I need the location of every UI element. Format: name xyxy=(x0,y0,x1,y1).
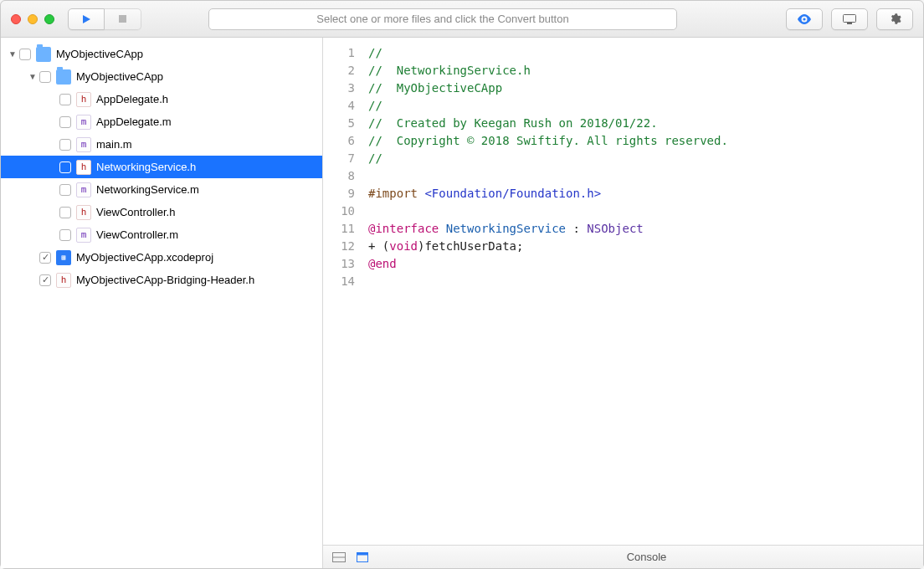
code-line[interactable]: // Created by Keegan Rush on 2018/01/22. xyxy=(368,115,923,132)
file-row[interactable]: ▼MyObjectiveCApp xyxy=(1,65,322,88)
preview-button[interactable] xyxy=(786,8,823,30)
code-content[interactable]: //// NetworkingService.h// MyObjectiveCA… xyxy=(363,38,923,545)
code-line[interactable]: @interface NetworkingService : NSObject xyxy=(368,220,923,238)
file-row[interactable]: mNetworkingService.m xyxy=(1,178,322,201)
file-checkbox[interactable] xyxy=(39,252,51,264)
line-number: 1 xyxy=(323,44,355,62)
file-label: NetworkingService.h xyxy=(96,161,196,173)
line-number: 13 xyxy=(323,255,355,273)
file-checkbox[interactable] xyxy=(39,71,51,83)
code-line[interactable]: // xyxy=(368,97,923,115)
code-line[interactable]: // MyObjectiveCApp xyxy=(368,79,923,97)
file-navigator[interactable]: ▼MyObjectiveCApp▼MyObjectiveCApphAppDele… xyxy=(1,38,323,568)
disclosure-triangle-icon[interactable]: ▼ xyxy=(8,49,18,59)
stop-icon xyxy=(118,14,127,23)
line-number: 14 xyxy=(323,273,355,290)
file-label: main.m xyxy=(96,138,132,151)
file-row[interactable]: hViewController.h xyxy=(1,201,322,223)
line-number: 2 xyxy=(323,62,355,79)
line-number: 12 xyxy=(323,238,355,255)
code-line[interactable] xyxy=(368,202,923,220)
svg-rect-3 xyxy=(844,14,856,22)
file-row[interactable]: hMyObjectiveCApp-Bridging-Header.h xyxy=(1,269,322,291)
file-row[interactable]: hNetworkingService.h xyxy=(1,156,322,178)
file-label: MyObjectiveCApp xyxy=(56,48,143,60)
app-window: Select one or more files and click the C… xyxy=(0,0,924,569)
file-row[interactable]: ▦MyObjectiveCApp.xcodeproj xyxy=(1,246,322,269)
code-line[interactable] xyxy=(368,273,923,290)
settings-button[interactable] xyxy=(876,8,913,30)
variables-view-icon[interactable] xyxy=(331,551,346,563)
file-checkbox[interactable] xyxy=(59,229,71,241)
line-number: 11 xyxy=(323,220,355,238)
code-line[interactable]: // xyxy=(368,44,923,62)
line-number: 9 xyxy=(323,185,355,202)
file-checkbox[interactable] xyxy=(19,49,31,60)
gear-icon xyxy=(889,13,901,25)
file-checkbox[interactable] xyxy=(59,161,71,173)
console-bar: Console xyxy=(323,545,923,568)
h-file-icon: h xyxy=(56,273,71,288)
code-line[interactable] xyxy=(368,167,923,185)
code-editor[interactable]: 1234567891011121314 //// NetworkingServi… xyxy=(323,38,923,545)
minimize-window-button[interactable] xyxy=(28,14,38,24)
file-label: NetworkingService.m xyxy=(96,183,199,196)
line-number: 10 xyxy=(323,202,355,220)
m-file-icon: m xyxy=(76,115,91,130)
file-row[interactable]: hAppDelegate.h xyxy=(1,88,322,110)
m-file-icon: m xyxy=(76,137,91,152)
code-line[interactable]: + (void)fetchUserData; xyxy=(368,238,923,255)
console-label: Console xyxy=(627,551,667,563)
file-checkbox[interactable] xyxy=(59,184,71,196)
disclosure-triangle-icon[interactable]: ▼ xyxy=(28,72,38,81)
svg-rect-4 xyxy=(847,23,852,24)
file-row[interactable]: mmain.m xyxy=(1,133,322,156)
file-label: AppDelegate.m xyxy=(96,115,172,128)
code-line[interactable]: // Copyright © 2018 Swiftify. All rights… xyxy=(368,132,923,150)
play-icon xyxy=(81,14,91,24)
code-line[interactable]: // xyxy=(368,150,923,167)
xcodeproj-icon: ▦ xyxy=(56,250,71,265)
file-label: MyObjectiveCApp.xcodeproj xyxy=(76,251,213,264)
file-label: AppDelegate.h xyxy=(96,93,168,105)
editor-pane: 1234567891011121314 //// NetworkingServi… xyxy=(323,38,923,568)
run-button[interactable] xyxy=(68,8,105,30)
eye-icon xyxy=(797,14,812,24)
run-stop-group xyxy=(68,8,141,30)
file-label: MyObjectiveCApp-Bridging-Header.h xyxy=(76,274,254,286)
stop-button[interactable] xyxy=(105,8,141,30)
code-line[interactable]: #import <Foundation/Foundation.h> xyxy=(368,185,923,202)
zoom-window-button[interactable] xyxy=(44,14,54,24)
file-checkbox[interactable] xyxy=(59,139,71,151)
file-checkbox[interactable] xyxy=(59,116,71,128)
h-file-icon: h xyxy=(76,205,91,220)
console-view-icon[interactable] xyxy=(355,551,370,563)
screen-icon xyxy=(843,14,856,24)
file-label: ViewController.h xyxy=(96,206,175,218)
line-number: 3 xyxy=(323,79,355,97)
folder-icon xyxy=(36,47,51,62)
file-row[interactable]: mAppDelegate.m xyxy=(1,110,322,133)
file-checkbox[interactable] xyxy=(59,207,71,218)
hint-field[interactable]: Select one or more files and click the C… xyxy=(208,8,677,30)
close-window-button[interactable] xyxy=(11,14,21,24)
file-label: MyObjectiveCApp xyxy=(76,70,163,83)
m-file-icon: m xyxy=(76,228,91,243)
h-file-icon: h xyxy=(76,160,91,175)
line-number: 5 xyxy=(323,115,355,132)
h-file-icon: h xyxy=(76,92,91,107)
file-checkbox[interactable] xyxy=(59,94,71,105)
line-number: 4 xyxy=(323,97,355,115)
hint-text: Select one or more files and click the C… xyxy=(316,13,568,25)
toolbar: Select one or more files and click the C… xyxy=(1,1,923,38)
panel-button[interactable] xyxy=(831,8,868,30)
code-line[interactable]: // NetworkingService.h xyxy=(368,62,923,79)
folder-icon xyxy=(56,69,71,85)
body: ▼MyObjectiveCApp▼MyObjectiveCApphAppDele… xyxy=(1,38,923,568)
line-number: 7 xyxy=(323,150,355,167)
line-number: 6 xyxy=(323,132,355,150)
file-checkbox[interactable] xyxy=(39,274,51,286)
file-row[interactable]: mViewController.m xyxy=(1,223,322,246)
code-line[interactable]: @end xyxy=(368,255,923,273)
file-row[interactable]: ▼MyObjectiveCApp xyxy=(1,43,322,65)
